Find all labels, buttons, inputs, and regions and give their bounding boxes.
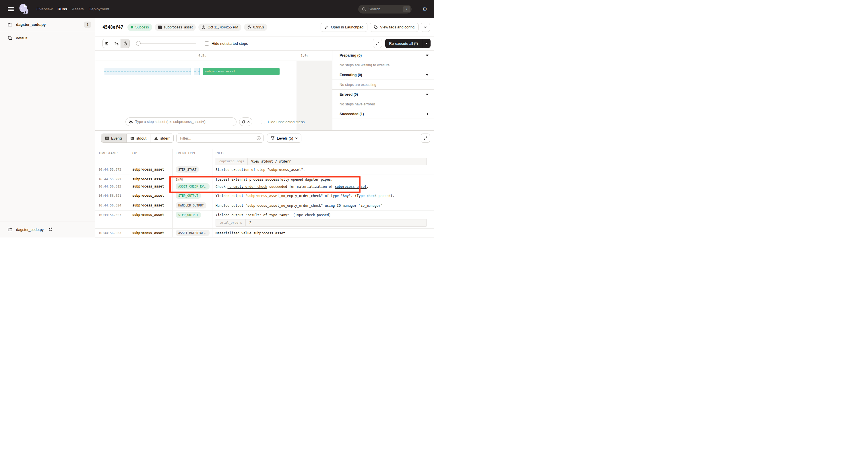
log-event-type: ASSET_CHECK_EVALUA… [173, 182, 212, 191]
tab-stdout[interactable]: stdout [126, 134, 150, 143]
event-type-tag: HANDLED_OUTPUT [176, 202, 206, 208]
nav-item-runs[interactable]: Runs [57, 7, 67, 11]
log-op: subprocess_asset [129, 229, 173, 237]
log-link[interactable]: no_empty_order_check [228, 185, 267, 189]
log-info-text: Yielded output "subprocess_asset_no_empt… [216, 194, 431, 198]
log-table-row[interactable]: captured_logsView stdout / stderr [95, 158, 434, 165]
log-table-row[interactable]: 16:44:56.015subprocess_assetASSET_CHECK_… [95, 182, 434, 191]
reload-icon[interactable] [49, 228, 53, 232]
tab-stderr[interactable]: stderr [150, 134, 174, 143]
table-grid-icon [158, 25, 162, 29]
log-table-row[interactable]: 16:44:56.033subprocess_assetASSET_MATERI… [95, 229, 434, 237]
sidebar: dagster_code.py 1 default dagster_code.p [0, 18, 95, 237]
stopwatch-icon [247, 25, 251, 29]
metadata-key: total_orders [216, 219, 246, 226]
search-shortcut-badge: / [403, 6, 410, 12]
status-section-succeeded[interactable]: Succeeded (1) [332, 109, 434, 119]
global-search[interactable]: / [358, 5, 412, 13]
job-label: default [16, 36, 27, 40]
sidebar-code-location[interactable]: dagster_code.py 1 [0, 18, 95, 31]
asset-tag[interactable]: subprocess_asset [155, 24, 196, 31]
status-section-preparing[interactable]: Preparing (0) [332, 51, 434, 60]
nav-item-assets[interactable]: Assets [72, 7, 84, 11]
metadata-value: 2 [246, 219, 426, 226]
log-timestamp: 16:44:56.024 [95, 201, 129, 210]
gantt-step-bar[interactable]: subprocess_asset [203, 68, 280, 75]
view-mode-timed-icon[interactable] [121, 39, 129, 48]
clear-filter-icon[interactable] [256, 136, 261, 141]
waiting-span [104, 68, 191, 75]
gantt-chart: 0.5s 1.0s subprocess_asset [95, 51, 332, 130]
step-status-panel: Preparing (0)No steps are waiting to exe… [332, 51, 434, 130]
log-timestamp: 16:44:55.992 [95, 175, 129, 182]
caret-down-icon [425, 43, 428, 44]
hamburger-menu-icon[interactable] [8, 7, 14, 11]
status-section-title: Succeeded (1) [340, 112, 364, 116]
log-event-type: STEP_START [173, 165, 212, 175]
status-section-executing[interactable]: Executing (0) [332, 70, 434, 80]
step-subset-controls: Hide unselected steps [125, 117, 305, 126]
log-op: subprocess_asset [129, 201, 173, 210]
log-info-text: Materialized value subprocess_asset. [216, 231, 431, 235]
view-mode-flat-icon[interactable] [103, 39, 112, 48]
log-info-fragment: Check [216, 185, 228, 189]
hide-not-started-row: Hide not started steps [205, 41, 248, 46]
tab-events[interactable]: Events [101, 134, 126, 143]
status-section-errored[interactable]: Errored (0) [332, 90, 434, 99]
column-header: EVENT TYPE [173, 149, 212, 158]
metadata-key: captured_logs [216, 158, 248, 165]
log-info-text: Yielded output "result" of type "Any". (… [216, 213, 431, 217]
log-info: Materialized value subprocess_asset. [212, 229, 434, 237]
step-subset-input[interactable] [125, 117, 237, 126]
view-tags-config-button[interactable]: View tags and config [370, 23, 418, 32]
reexecute-dropdown-button[interactable] [422, 39, 431, 48]
metadata-table: captured_logsView stdout / stderr [216, 158, 427, 165]
table-icon [105, 136, 109, 140]
main-content: 4548ef47 Success subprocess_asset Oct 11… [95, 18, 434, 237]
event-type-tag: STEP_OUTPUT [176, 212, 201, 218]
filter-funnel-icon [271, 136, 275, 140]
nav-item-overview[interactable]: Overview [36, 7, 53, 11]
log-timestamp [95, 158, 129, 165]
hide-not-started-label: Hide not started steps [212, 41, 248, 46]
gantt-fullscreen-button[interactable] [373, 39, 382, 48]
nav-item-deployment[interactable]: Deployment [89, 7, 110, 11]
footer-location-label: dagster_code.py [16, 228, 43, 232]
status-badge: Success [127, 24, 152, 31]
terminal-icon [130, 136, 134, 140]
levels-dropdown[interactable]: Levels (5) [267, 133, 301, 143]
reexecute-all-button[interactable]: Re-execute all (*) [385, 39, 422, 48]
status-section-body: No steps are executing [332, 80, 434, 90]
triangle-down-icon [426, 74, 429, 76]
log-table-row[interactable]: 16:44:56.021subprocess_assetSTEP_OUTPUTY… [95, 191, 434, 201]
waiting-span [194, 68, 200, 75]
view-mode-waterfall-icon[interactable] [112, 39, 121, 48]
step-subset-apply-button[interactable] [239, 117, 252, 126]
log-table-row[interactable]: 16:44:56.027subprocess_assetSTEP_OUTPUTY… [95, 210, 434, 229]
run-count-badge: 1 [84, 22, 91, 28]
dagster-logo-icon[interactable] [18, 3, 30, 16]
log-table-row[interactable]: 16:44:55.992subprocess_assetINFO[pipes] … [95, 175, 434, 182]
search-input[interactable] [369, 7, 403, 11]
op-selector-icon [129, 119, 133, 124]
log-filter-input[interactable] [176, 133, 264, 143]
warning-icon [154, 136, 158, 140]
sidebar-item-default[interactable]: default [0, 31, 95, 44]
log-info-fragment: . [367, 185, 369, 189]
metadata-value[interactable]: View stdout / stderr [248, 158, 426, 165]
log-table-row[interactable]: 16:44:55.673subprocess_assetSTEP_STARTSt… [95, 165, 434, 175]
run-header-more-button[interactable] [421, 23, 430, 32]
log-table-row[interactable]: 16:44:56.024subprocess_assetHANDLED_OUTP… [95, 201, 434, 210]
gear-icon[interactable]: ⚙ [423, 7, 427, 12]
status-section-body: No steps have errored [332, 99, 434, 109]
log-info: Yielded output "subprocess_asset_no_empt… [212, 191, 434, 201]
open-in-launchpad-button[interactable]: Open in Launchpad [321, 23, 367, 32]
log-timestamp: 16:44:56.015 [95, 182, 129, 191]
gantt-zoom-slider[interactable] [136, 41, 196, 46]
log-fullscreen-button[interactable] [421, 133, 430, 143]
hide-unselected-checkbox[interactable] [261, 120, 265, 124]
status-section-title: Errored (0) [340, 92, 358, 96]
hide-not-started-checkbox[interactable] [205, 41, 209, 46]
log-link[interactable]: subprocess_asset [335, 185, 367, 189]
slider-knob[interactable] [136, 41, 141, 46]
